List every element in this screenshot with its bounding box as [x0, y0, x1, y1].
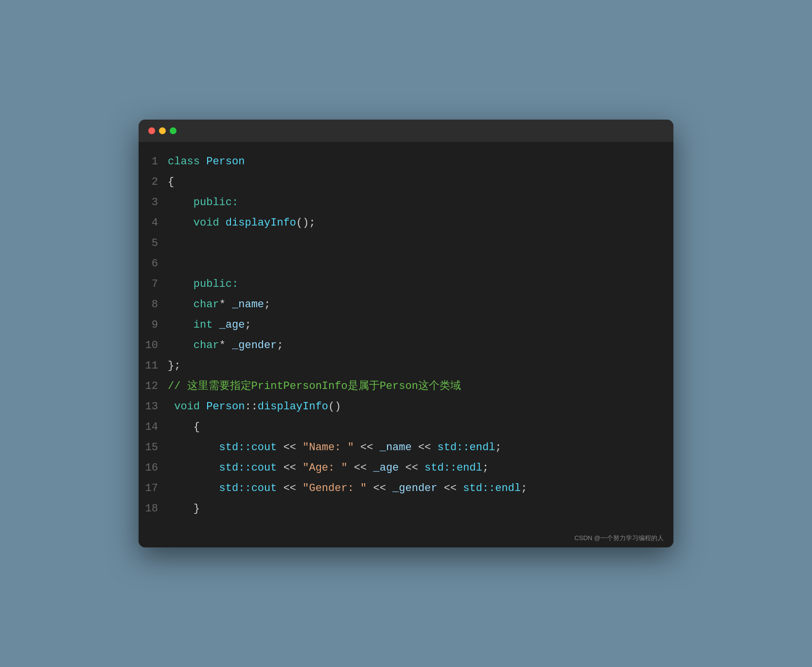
line-number: 12: [139, 377, 168, 396]
token: std::cout: [168, 441, 283, 454]
token: *: [219, 298, 232, 311]
line-content: };: [168, 357, 180, 375]
line-number: 5: [139, 234, 168, 253]
code-line: 9 int _age;: [139, 315, 673, 335]
token: _name: [232, 298, 264, 311]
token: _age: [219, 319, 245, 331]
line-content: int _age;: [168, 316, 251, 334]
token: _age: [373, 462, 399, 474]
token: displayInfo: [258, 401, 328, 413]
code-line: 13 void Person::displayInfo(): [139, 397, 673, 417]
token: void: [168, 401, 206, 413]
line-content: std::cout << "Name: " << _name << std::e…: [168, 439, 502, 457]
token: <<: [283, 462, 303, 474]
code-window: 1class Person2{3 public:4 void displayIn…: [139, 120, 673, 547]
token: char: [168, 298, 219, 311]
line-content: void displayInfo();: [168, 214, 316, 232]
line-content: public:: [168, 193, 238, 212]
code-line: 2{: [139, 172, 673, 193]
token: void: [168, 217, 226, 229]
token: ;: [521, 482, 527, 494]
line-number: 16: [139, 459, 168, 477]
token: std::endl: [438, 441, 495, 454]
token: (): [328, 401, 341, 413]
token: ;: [495, 441, 501, 454]
line-content: {: [168, 418, 200, 437]
footer-text: CSDN @一个努力学习编程的人: [574, 534, 664, 542]
line-number: 3: [139, 193, 168, 212]
token: <<: [354, 441, 380, 454]
line-number: 17: [139, 479, 168, 498]
code-line: 11};: [139, 356, 673, 376]
line-content: char* _name;: [168, 296, 270, 314]
token: int: [168, 319, 212, 331]
code-line: 18 }: [139, 499, 673, 519]
maximize-button[interactable]: [170, 127, 177, 134]
code-line: 15 std::cout << "Name: " << _name << std…: [139, 438, 673, 458]
token: char: [168, 339, 219, 351]
close-button[interactable]: [148, 127, 155, 134]
token: <<: [348, 462, 373, 474]
token: std::endl: [463, 482, 521, 494]
line-content: class Person: [168, 153, 245, 171]
token: ;: [277, 339, 283, 351]
line-content: std::cout << "Gender: " << _gender << st…: [168, 479, 527, 498]
token: {: [168, 421, 200, 433]
code-line: 4 void displayInfo();: [139, 213, 673, 233]
token: [212, 319, 219, 331]
code-line: 10 char* _gender;: [139, 335, 673, 356]
token: ;: [264, 298, 270, 311]
line-number: 7: [139, 275, 168, 294]
line-number: 18: [139, 500, 168, 518]
line-content: char* _gender;: [168, 336, 283, 355]
code-line: 6: [139, 254, 673, 274]
line-content: std::cout << "Age: " << _age << std::end…: [168, 459, 489, 477]
minimize-button[interactable]: [159, 127, 166, 134]
line-number: 13: [139, 398, 168, 416]
token: *: [219, 339, 232, 351]
token: <<: [399, 462, 424, 474]
code-line: 17 std::cout << "Gender: " << _gender <<…: [139, 478, 673, 499]
code-line: 5: [139, 233, 673, 254]
footer: CSDN @一个努力学习编程的人: [139, 529, 673, 547]
token: public:: [168, 278, 238, 290]
token: <<: [412, 441, 438, 454]
token: <<: [283, 482, 303, 494]
line-number: 2: [139, 173, 168, 192]
line-number: 6: [139, 255, 168, 273]
line-number: 11: [139, 357, 168, 375]
token: Person: [206, 401, 245, 413]
line-number: 8: [139, 296, 168, 314]
line-number: 10: [139, 336, 168, 355]
code-line: 16 std::cout << "Age: " << _age << std::…: [139, 458, 673, 478]
token: _name: [380, 441, 412, 454]
token: "Age: ": [302, 462, 347, 474]
token: public:: [168, 196, 238, 209]
token: ();: [296, 217, 316, 229]
line-content: {: [168, 173, 174, 192]
code-line: 7 public:: [139, 274, 673, 295]
line-content: void Person::displayInfo(): [168, 398, 341, 416]
token: ;: [245, 319, 251, 331]
titlebar: [139, 120, 673, 142]
token: displayInfo: [226, 217, 296, 229]
token: <<: [283, 441, 303, 454]
token: _gender: [392, 482, 437, 494]
line-content: // 这里需要指定PrintPersonInfo是属于Person这个类域: [168, 377, 461, 396]
token: // 这里需要指定PrintPersonInfo是属于Person这个类域: [168, 380, 461, 392]
token: };: [168, 360, 180, 372]
line-number: 4: [139, 214, 168, 232]
token: Person: [206, 156, 245, 168]
token: std::cout: [168, 462, 283, 474]
line-number: 9: [139, 316, 168, 334]
token: class: [168, 156, 206, 168]
line-number: 15: [139, 439, 168, 457]
token: <<: [367, 482, 392, 494]
line-content: public:: [168, 275, 238, 294]
line-content: }: [168, 500, 200, 518]
code-line: 12// 这里需要指定PrintPersonInfo是属于Person这个类域: [139, 376, 673, 397]
token: ;: [482, 462, 489, 474]
code-line: 1class Person: [139, 152, 673, 172]
token: std::cout: [168, 482, 283, 494]
token: "Name: ": [302, 441, 354, 454]
